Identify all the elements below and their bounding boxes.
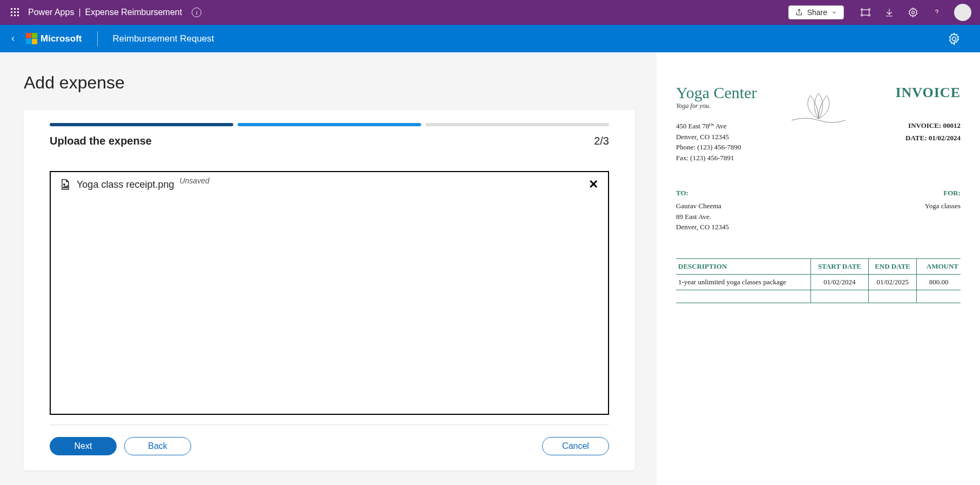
header-title: Power Apps | Expense Reimbursement <box>28 8 182 17</box>
progress-step-1 <box>50 123 233 126</box>
invoice-for-label: FOR: <box>925 189 961 197</box>
th-start-date: START DATE <box>811 258 869 274</box>
invoice-preview: Yoga Center Yoga for you. 450 East 78ᵗʰ … <box>657 52 980 485</box>
invoice-to-label: TO: <box>676 189 925 197</box>
remove-file-icon[interactable]: ✕ <box>586 177 600 192</box>
svg-rect-3 <box>11 11 12 13</box>
svg-rect-2 <box>17 8 19 10</box>
microsoft-logo: Microsoft <box>26 33 82 44</box>
invoice-for-value: Yoga classes <box>925 201 961 211</box>
th-description: DESCRIPTION <box>676 258 811 274</box>
invoice-title: INVOICE <box>856 85 961 101</box>
svg-rect-4 <box>14 11 16 13</box>
help-icon[interactable] <box>926 2 948 23</box>
main-panel: Add expense Upload the expense 2/3 Yoga … <box>0 52 657 485</box>
cancel-button[interactable]: Cancel <box>542 437 609 455</box>
invoice-line-items: DESCRIPTION START DATE END DATE AMOUNT 1… <box>676 258 961 303</box>
back-icon[interactable] <box>3 29 23 49</box>
svg-point-10 <box>912 11 915 14</box>
svg-rect-6 <box>11 15 12 16</box>
svg-rect-9 <box>862 10 869 15</box>
fit-to-screen-icon[interactable] <box>855 2 876 23</box>
app-settings-icon[interactable] <box>941 26 967 52</box>
settings-icon[interactable] <box>902 2 924 23</box>
app-bar: Microsoft Reimbursement Request <box>0 25 980 52</box>
svg-rect-5 <box>17 11 19 13</box>
upload-dropzone[interactable]: Yoga class receipt.png Unsaved ✕ <box>50 171 609 415</box>
brand-left[interactable]: Power Apps <box>28 8 74 17</box>
appbar-divider <box>97 31 98 46</box>
app-launcher-icon[interactable] <box>5 3 25 22</box>
step-title: Upload the expense <box>50 135 152 147</box>
invoice-to-name: Gaurav Cheema <box>676 201 925 211</box>
invoice-address: 450 East 78ᵗʰ Ave Denver, CO 12345 Phone… <box>676 121 781 163</box>
card-divider <box>50 425 609 425</box>
file-image-icon <box>58 178 71 191</box>
power-apps-header: Power Apps | Expense Reimbursement i Sha… <box>0 0 980 25</box>
svg-point-12 <box>64 184 65 185</box>
svg-rect-8 <box>17 15 19 16</box>
lotus-icon <box>786 89 851 127</box>
svg-point-11 <box>952 37 956 40</box>
step-count: 2/3 <box>594 135 609 147</box>
microsoft-label: Microsoft <box>40 33 82 44</box>
invoice-brand: Yoga Center <box>676 85 781 101</box>
svg-rect-1 <box>14 8 16 10</box>
wizard-card: Upload the expense 2/3 Yoga class receip… <box>24 110 635 470</box>
progress-bar <box>50 123 609 126</box>
progress-step-3 <box>425 123 609 126</box>
table-row-empty <box>676 290 961 303</box>
user-avatar[interactable] <box>954 4 971 21</box>
brand-divider: | <box>78 8 80 17</box>
share-label: Share <box>807 8 827 17</box>
th-end-date: END DATE <box>868 258 917 274</box>
invoice-number: INVOICE: 00012 <box>856 119 961 132</box>
back-button[interactable]: Back <box>124 437 191 455</box>
page-title: Add expense <box>24 73 635 93</box>
next-button[interactable]: Next <box>50 437 117 455</box>
unsaved-badge: Unsaved <box>179 176 209 185</box>
uploaded-file-row: Yoga class receipt.png Unsaved ✕ <box>58 177 600 192</box>
invoice-date: DATE: 01/02/2024 <box>856 132 961 144</box>
info-icon[interactable]: i <box>192 8 201 17</box>
appbar-page-name: Reimbursement Request <box>113 33 214 44</box>
invoice-tagline: Yoga for you. <box>676 102 781 110</box>
share-button[interactable]: Share <box>788 5 844 19</box>
progress-step-2 <box>238 123 421 126</box>
download-icon[interactable] <box>878 2 900 23</box>
svg-rect-7 <box>14 15 16 16</box>
brand-right: Expense Reimbursement <box>85 8 183 17</box>
svg-rect-0 <box>11 8 12 10</box>
uploaded-file-name: Yoga class receipt.png <box>77 179 174 190</box>
th-amount: AMOUNT <box>917 258 961 274</box>
table-row: 1-year unlimited yoga classes package 01… <box>676 274 961 290</box>
microsoft-logo-icon <box>26 33 37 44</box>
